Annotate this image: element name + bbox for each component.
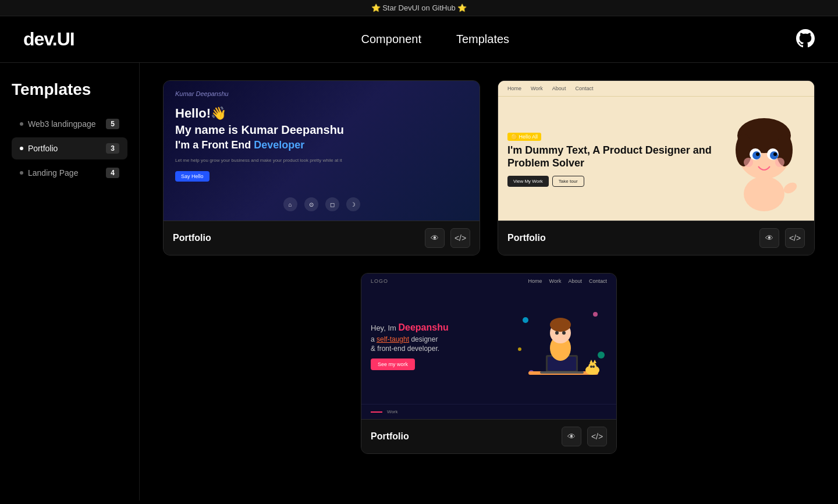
main-nav: Component Templates xyxy=(361,33,510,46)
preview-nav-icons: ⌂ ⊙ ◻ ☽ xyxy=(175,197,468,211)
preview-name: My name is Kumar Deepanshu xyxy=(175,123,468,137)
card-preview-2: Home Work About Contact 🟡 Hello All I'm … xyxy=(498,81,814,221)
preview-light-nav: Home Work About Contact xyxy=(498,81,814,97)
code-btn-3[interactable]: </> xyxy=(587,427,607,446)
svg-point-32 xyxy=(590,365,592,368)
sidebar-badge-landing: 4 xyxy=(106,168,119,178)
top-banner: ⭐ Star DevUI on GitHub ⭐ xyxy=(0,0,838,16)
nav-templates[interactable]: Templates xyxy=(456,33,509,46)
svg-point-0 xyxy=(744,176,784,211)
preview-light-btns: View My Work Take tour xyxy=(507,176,716,187)
svg-point-33 xyxy=(592,365,595,368)
card-actions-2: 👁 </> xyxy=(759,228,805,248)
preview-role1: a self-taught designer xyxy=(371,335,505,343)
preview-site-name: Kumar Deepanshu xyxy=(175,90,468,97)
svg-point-9 xyxy=(756,152,759,156)
preview-btn-2[interactable]: 👁 xyxy=(759,228,779,248)
code-btn-1[interactable]: </> xyxy=(450,228,470,248)
preview-light-btn2[interactable]: Take tour xyxy=(552,176,584,187)
sidebar-dot xyxy=(20,122,23,126)
preview-light-heading: I'm Dummy Text, A Product Designer and P… xyxy=(507,144,716,169)
preview-work-section: Work xyxy=(361,404,616,419)
github-link[interactable] xyxy=(796,29,815,50)
preview-hello-badge: 🟡 Hello All xyxy=(507,133,541,141)
card-preview-3: LOGO Home Work About Contact H xyxy=(361,274,616,419)
preview-btn-1[interactable]: 👁 xyxy=(425,228,445,248)
preview-navy-illustration xyxy=(514,300,607,393)
svg-marker-31 xyxy=(593,360,596,363)
preview-navy: LOGO Home Work About Contact H xyxy=(361,274,616,419)
preview-light-btn1[interactable]: View My Work xyxy=(507,176,549,187)
nav-component[interactable]: Component xyxy=(361,33,421,46)
banner-text: ⭐ Star DevUI on GitHub ⭐ xyxy=(371,3,467,12)
preview-tagline: Let me help you grow your business and m… xyxy=(175,157,468,164)
preview-greeting: Hey, Im Deepanshu xyxy=(371,322,505,333)
svg-point-10 xyxy=(773,152,777,156)
card-actions-3: 👁 </> xyxy=(562,427,607,446)
preview-navy-text: Hey, Im Deepanshu a self-taught designer… xyxy=(371,322,505,370)
logo[interactable]: dev.UI xyxy=(23,29,74,50)
card-title-3: Portfolio xyxy=(371,431,409,442)
preview-dark: Kumar Deepanshu Hello!👋 My name is Kumar… xyxy=(164,81,480,221)
template-grid-row-2: LOGO Home Work About Contact H xyxy=(163,273,815,454)
sidebar-item-web3[interactable]: Web3 landingpage 5 xyxy=(12,113,127,135)
template-grid-row-1: Kumar Deepanshu Hello!👋 My name is Kumar… xyxy=(163,80,815,255)
preview-navy-nav: LOGO Home Work About Contact xyxy=(361,274,616,289)
svg-point-14 xyxy=(523,317,528,323)
nav-icon-home: ⌂ xyxy=(283,197,297,211)
svg-rect-22 xyxy=(540,371,584,374)
preview-cta[interactable]: See my work xyxy=(371,359,415,370)
card-actions-1: 👁 </> xyxy=(425,228,470,248)
svg-point-27 xyxy=(562,331,566,335)
preview-role2: & front-end developer. xyxy=(371,345,505,353)
anime-character-svg xyxy=(726,107,802,211)
code-btn-2[interactable]: </> xyxy=(785,228,805,248)
template-card-1: Kumar Deepanshu Hello!👋 My name is Kumar… xyxy=(163,80,480,255)
sidebar-badge-portfolio: 3 xyxy=(106,143,119,154)
sidebar-badge-web3: 5 xyxy=(106,119,119,129)
nav-icon-settings: ◻ xyxy=(325,197,339,211)
svg-point-16 xyxy=(518,347,521,351)
preview-navy-hero: Hey, Im Deepanshu a self-taught designer… xyxy=(361,289,616,404)
template-card-3: LOGO Home Work About Contact H xyxy=(361,273,617,454)
preview-hero-text: Hello!👋 My name is Kumar Deepanshu I'm a… xyxy=(175,97,468,190)
card-title-1: Portfolio xyxy=(173,233,211,243)
content-area: Kumar Deepanshu Hello!👋 My name is Kumar… xyxy=(140,63,838,501)
preview-light-text: 🟡 Hello All I'm Dummy Text, A Product De… xyxy=(507,130,716,186)
sidebar-item-landing[interactable]: Landing Page 4 xyxy=(12,162,127,184)
card-footer-3: Portfolio 👁 </> xyxy=(361,419,616,453)
preview-role: I'm a Front End Developer xyxy=(175,139,468,151)
preview-light-content: 🟡 Hello All I'm Dummy Text, A Product De… xyxy=(498,97,814,221)
preview-hello: Hello!👋 xyxy=(175,106,468,121)
card-preview-1: Kumar Deepanshu Hello!👋 My name is Kumar… xyxy=(164,81,480,221)
preview-navy-links: Home Work About Contact xyxy=(528,278,607,284)
preview-avatar-area xyxy=(723,107,805,211)
nav-icon-moon: ☽ xyxy=(346,197,360,211)
sidebar-dot-portfolio xyxy=(20,147,23,150)
svg-point-12 xyxy=(775,158,784,167)
sidebar-item-portfolio[interactable]: Portfolio 3 xyxy=(12,137,127,159)
card-title-2: Portfolio xyxy=(507,233,546,243)
work-line xyxy=(371,411,382,413)
header: dev.UI Component Templates xyxy=(0,16,838,63)
nav-icon-location: ⊙ xyxy=(304,197,318,211)
svg-point-17 xyxy=(598,352,605,359)
sidebar-title: Templates xyxy=(12,80,127,99)
preview-cta-btn[interactable]: Say Hello xyxy=(175,171,210,182)
svg-point-15 xyxy=(593,312,598,317)
work-text: Work xyxy=(387,409,398,414)
preview-btn-3[interactable]: 👁 xyxy=(562,427,581,446)
svg-marker-30 xyxy=(590,360,593,363)
svg-point-26 xyxy=(555,331,559,335)
sidebar-dot-landing xyxy=(20,171,23,175)
preview-light: Home Work About Contact 🟡 Hello All I'm … xyxy=(498,81,814,221)
main-layout: Templates Web3 landingpage 5 Portfolio 3… xyxy=(0,63,838,501)
svg-point-25 xyxy=(550,318,571,332)
card-footer-2: Portfolio 👁 </> xyxy=(498,221,814,255)
sidebar: Templates Web3 landingpage 5 Portfolio 3… xyxy=(0,63,140,501)
svg-point-11 xyxy=(744,158,753,167)
template-card-2: Home Work About Contact 🟡 Hello All I'm … xyxy=(498,80,815,255)
card-footer-1: Portfolio 👁 </> xyxy=(164,221,480,255)
